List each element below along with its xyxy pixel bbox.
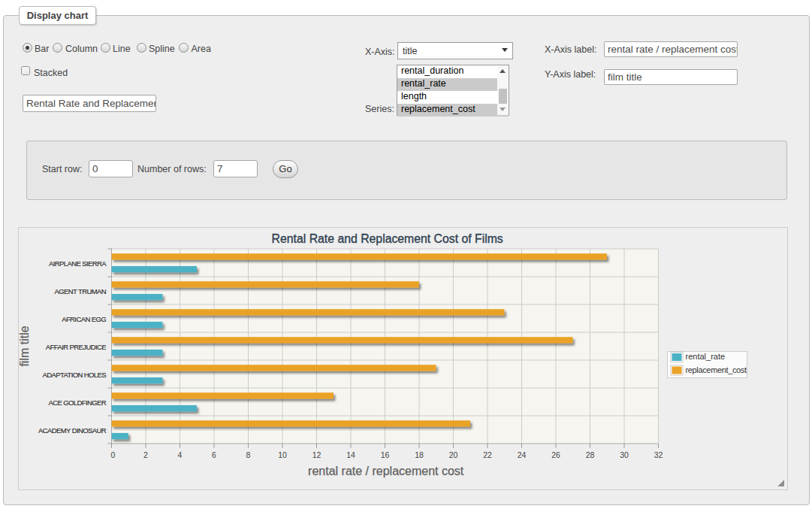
svg-text:AGENT TRUMAN: AGENT TRUMAN <box>55 287 107 295</box>
svg-text:24: 24 <box>518 450 527 459</box>
svg-text:2: 2 <box>143 450 148 459</box>
svg-text:ADAPTATION HOLES: ADAPTATION HOLES <box>42 371 106 379</box>
svg-text:10: 10 <box>278 450 287 459</box>
svg-text:rental_rate: rental_rate <box>686 352 726 361</box>
svg-text:20: 20 <box>449 450 458 459</box>
svg-text:6: 6 <box>212 450 216 459</box>
svg-text:ACADEMY DINOSAUR: ACADEMY DINOSAUR <box>38 426 107 435</box>
svg-text:18: 18 <box>415 450 424 459</box>
svg-text:film title: film title <box>19 326 31 366</box>
svg-text:14: 14 <box>346 450 355 459</box>
svg-text:32: 32 <box>654 450 663 459</box>
svg-text:replacement_cost: replacement_cost <box>686 365 747 374</box>
svg-text:0: 0 <box>110 450 115 459</box>
svg-text:26: 26 <box>551 450 560 459</box>
svg-text:16: 16 <box>381 450 390 459</box>
svg-text:AFFAIR PREJUDICE: AFFAIR PREJUDICE <box>46 343 106 351</box>
svg-text:12: 12 <box>312 450 321 459</box>
svg-text:rental rate / replacement cost: rental rate / replacement cost <box>308 465 464 477</box>
svg-text:AFRICAN EGG: AFRICAN EGG <box>62 315 106 323</box>
svg-text:4: 4 <box>178 450 183 459</box>
svg-text:30: 30 <box>620 450 629 459</box>
svg-text:AIRPLANE SIERRA: AIRPLANE SIERRA <box>49 259 107 268</box>
svg-text:28: 28 <box>586 450 595 459</box>
svg-text:ACE GOLDFINGER: ACE GOLDFINGER <box>48 398 106 407</box>
svg-text:22: 22 <box>483 450 492 459</box>
svg-text:8: 8 <box>246 450 251 459</box>
svg-text:Rental Rate and Replacement Co: Rental Rate and Replacement Cost of Film… <box>272 232 503 245</box>
